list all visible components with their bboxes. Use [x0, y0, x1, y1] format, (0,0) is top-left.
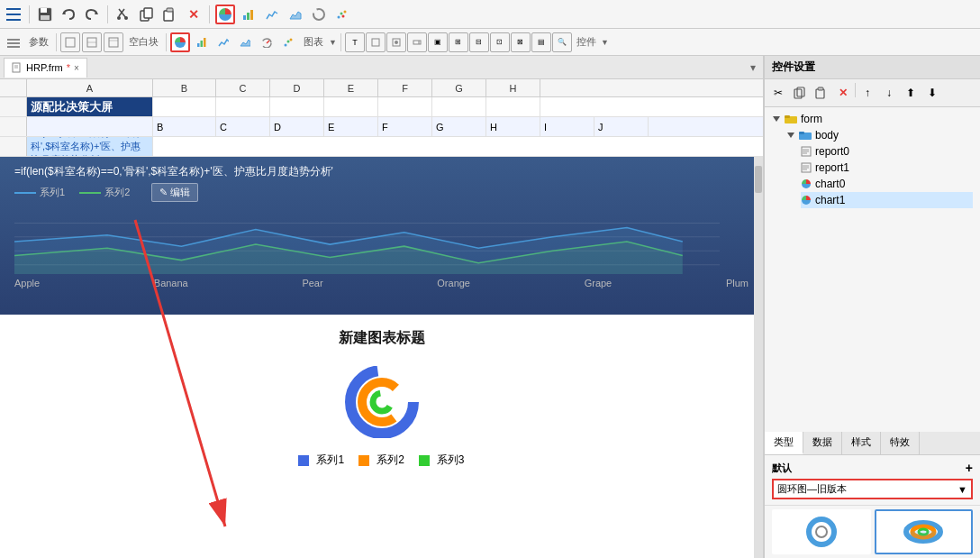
- rtb-copy[interactable]: [790, 83, 810, 103]
- bar-chart-icon[interactable]: [239, 5, 259, 24]
- col-header-a[interactable]: A: [27, 79, 153, 96]
- blank-icon2[interactable]: [82, 32, 102, 52]
- ctrl-icon2[interactable]: [366, 32, 386, 52]
- cell-b2[interactable]: B: [153, 117, 216, 136]
- cell-a2[interactable]: [27, 117, 153, 136]
- cell-g2[interactable]: G: [432, 117, 486, 136]
- cut-icon[interactable]: [113, 5, 133, 24]
- delete-icon[interactable]: ✕: [184, 5, 204, 24]
- cell-e2[interactable]: E: [324, 117, 378, 136]
- tree-item-chart1[interactable]: chart1: [801, 192, 973, 208]
- cell-c2[interactable]: C: [216, 117, 270, 136]
- ctrl-icon3[interactable]: [386, 32, 406, 52]
- tab-pin-btn[interactable]: ▾: [750, 61, 759, 74]
- cell-f2[interactable]: F: [378, 117, 432, 136]
- ctrl-icon11[interactable]: 🔍: [552, 32, 572, 52]
- scroll-thumb[interactable]: [755, 166, 762, 193]
- tree-item-report1[interactable]: report1: [801, 160, 973, 176]
- circle-chart-icon[interactable]: [309, 5, 329, 24]
- rtb-up[interactable]: ↑: [858, 83, 877, 103]
- tab-data[interactable]: 数据: [803, 432, 842, 454]
- col-header-c[interactable]: C: [216, 79, 270, 96]
- ctrl-dropdown-arrow[interactable]: ▼: [601, 38, 609, 47]
- svg-rect-34: [204, 38, 206, 47]
- chart-type-donut-old[interactable]: [875, 509, 974, 554]
- ctrl-icon10[interactable]: ▤: [531, 32, 551, 52]
- cell-d2[interactable]: D: [270, 117, 324, 136]
- rtb-delete[interactable]: ✕: [833, 83, 853, 103]
- col-header-f[interactable]: F: [378, 79, 432, 96]
- copy-icon[interactable]: [137, 5, 157, 24]
- col-header-b[interactable]: B: [153, 79, 216, 96]
- svg-point-20: [338, 15, 340, 18]
- cell-h1[interactable]: [486, 97, 540, 116]
- area-chart-icon[interactable]: [286, 5, 305, 24]
- ctrl-icon5[interactable]: ▣: [428, 32, 448, 52]
- tab-style[interactable]: 样式: [842, 432, 881, 454]
- menu-icon[interactable]: [4, 5, 23, 24]
- cell-f1[interactable]: [378, 97, 432, 116]
- tree-item-chart0[interactable]: chart0: [801, 176, 973, 192]
- scatter-tb-icon[interactable]: [278, 32, 298, 52]
- cell-e1[interactable]: [324, 97, 378, 116]
- line-tb-icon[interactable]: [213, 32, 233, 52]
- rtb-paste[interactable]: [812, 83, 831, 103]
- right-panel: 控件设置 ✂ ✕ ↑ ↓ ⬆ ⬇ form: [764, 56, 980, 558]
- ctrl-icon4[interactable]: [407, 32, 427, 52]
- rtb-down[interactable]: ↓: [879, 83, 899, 103]
- rtb-cut[interactable]: ✂: [768, 83, 788, 103]
- tree-item-body[interactable]: body: [786, 127, 973, 143]
- tree-item-form[interactable]: form: [772, 111, 973, 127]
- col-header-d[interactable]: D: [270, 79, 324, 96]
- paste-icon[interactable]: [160, 5, 180, 24]
- cell-g1[interactable]: [432, 97, 486, 116]
- col-header-h[interactable]: H: [486, 79, 540, 96]
- prop-dropdown[interactable]: 圆环图—旧版本 ▼: [772, 479, 973, 499]
- chart-dropdown-arrow[interactable]: ▼: [329, 38, 337, 47]
- tab-close-btn[interactable]: ×: [74, 63, 79, 73]
- save-icon[interactable]: [35, 5, 55, 24]
- chart-type-donut-new[interactable]: [772, 509, 871, 554]
- pie-chart-icon[interactable]: [215, 5, 235, 24]
- cell-i2[interactable]: I: [540, 117, 594, 136]
- blank-icon3[interactable]: [104, 32, 123, 52]
- ctrl-icon1[interactable]: T: [345, 32, 365, 52]
- vertical-scrollbar[interactable]: [754, 157, 763, 558]
- ctrl-icon9[interactable]: ⊠: [511, 32, 531, 52]
- ctrl-icon6[interactable]: ⊞: [449, 32, 468, 52]
- cell-j2[interactable]: J: [594, 117, 649, 136]
- blank-icon[interactable]: [60, 32, 80, 52]
- rtb-move-up[interactable]: ⬆: [901, 83, 921, 103]
- rtb-move-down[interactable]: ⬇: [922, 83, 942, 103]
- col-header-e[interactable]: E: [324, 79, 378, 96]
- bar-tb-icon[interactable]: [192, 32, 212, 52]
- line-chart-icon[interactable]: [262, 5, 282, 24]
- tree-label-report1: report1: [815, 161, 849, 174]
- chart-container: =if(len($科室名称)==0,'骨科',$科室名称)+'医、护惠比月度趋势…: [0, 157, 763, 315]
- tree-item-report0[interactable]: report0: [801, 143, 973, 160]
- redo-icon[interactable]: [82, 5, 102, 24]
- area-tb-icon[interactable]: [235, 32, 255, 52]
- ctrl-icon7[interactable]: ⊟: [469, 32, 489, 52]
- col-header-g[interactable]: G: [432, 79, 486, 96]
- cell-a1[interactable]: 源配比决策大屏: [27, 97, 153, 116]
- tab-type[interactable]: 类型: [765, 432, 803, 454]
- svg-rect-5: [41, 15, 50, 20]
- file-tab[interactable]: HRP.frm * ×: [4, 58, 87, 78]
- tab-effects[interactable]: 特效: [881, 432, 920, 454]
- svg-marker-68: [787, 133, 794, 138]
- chart-tb-icon[interactable]: [170, 32, 190, 52]
- ctrl-icon8[interactable]: ⊡: [490, 32, 510, 52]
- svg-point-79: [809, 519, 834, 544]
- prop-add-btn[interactable]: +: [966, 461, 973, 475]
- cell-a3[interactable]: =if(len($科室名称)==0,'骨科',$科室名称)+'医、护惠比月度趋势…: [27, 137, 153, 156]
- cell-h2[interactable]: H: [486, 117, 540, 136]
- scatter-chart-icon[interactable]: [332, 5, 352, 24]
- cell-b1[interactable]: [153, 97, 216, 116]
- undo-icon[interactable]: [59, 5, 78, 24]
- gauge-icon[interactable]: [257, 32, 277, 52]
- cell-d1[interactable]: [270, 97, 324, 116]
- edit-chart-btn[interactable]: ✎ 编辑: [151, 183, 198, 202]
- cell-c1[interactable]: [216, 97, 270, 116]
- param-icon[interactable]: [4, 32, 23, 52]
